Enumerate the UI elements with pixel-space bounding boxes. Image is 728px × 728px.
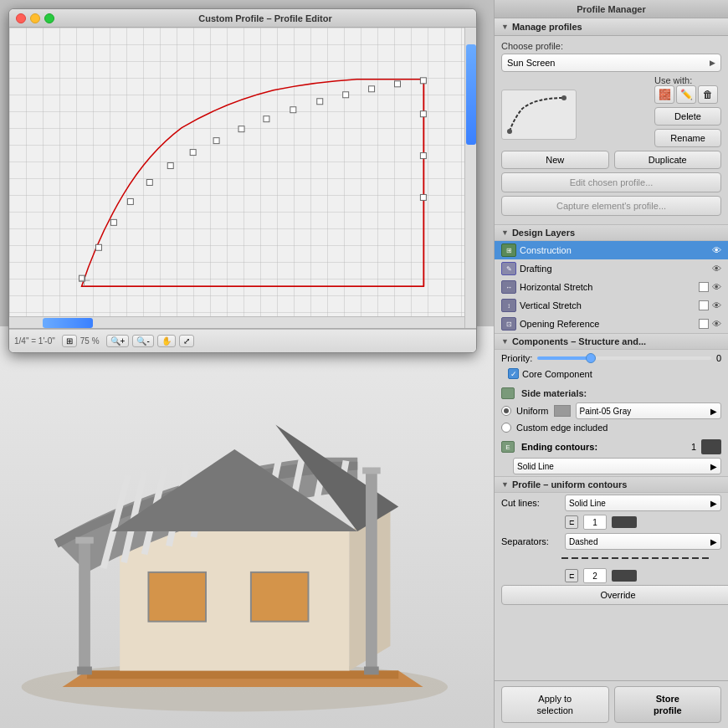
window-titlebar: Custom Profile – Profile Editor <box>9 9 476 28</box>
material-name: Paint-05 Gray <box>580 407 632 416</box>
edit-chosen-btn[interactable]: Edit chosen profile... <box>501 172 721 192</box>
svg-point-52 <box>561 95 567 100</box>
separators-row: Separators: Dashed ▶ <box>495 531 728 551</box>
profile-dropdown[interactable]: Sun Screen ▶ <box>501 54 721 72</box>
delete-btn[interactable]: Delete <box>654 107 721 126</box>
maximize-button[interactable] <box>44 13 54 23</box>
override-btn[interactable]: Override <box>501 585 728 605</box>
dashed-preview <box>495 551 728 567</box>
dashed-line-preview <box>561 555 712 561</box>
svg-rect-8 <box>190 150 196 156</box>
layer-openref-name: Opening Reference <box>520 319 699 329</box>
openref-icon: ⊡ <box>501 317 516 331</box>
ending-contours-label: Ending contours: <box>521 442 686 452</box>
core-component-row: ✓ Core Component <box>495 367 728 384</box>
store-profile-btn[interactable]: Storeprofile <box>614 686 722 723</box>
zoom-out-btn[interactable]: 🔍- <box>132 335 153 347</box>
eye-icon-1[interactable]: 👁 <box>712 264 721 274</box>
vertical-scrollbar[interactable] <box>464 28 476 328</box>
svg-marker-25 <box>87 670 398 679</box>
eye-icon-3[interactable]: 👁 <box>712 300 721 310</box>
svg-rect-20 <box>420 194 426 200</box>
close-button[interactable] <box>16 13 26 23</box>
layer-row-drafting[interactable]: ✎ Drafting 👁 <box>495 259 728 278</box>
side-materials-label: Side materials: <box>521 388 587 398</box>
openref-checkbox[interactable] <box>699 319 709 329</box>
layer-row-construction[interactable]: ⊞ Construction 👁 <box>495 241 728 259</box>
horizontal-scrollbar[interactable] <box>9 316 464 328</box>
fill-icon-btn[interactable]: ✏️ <box>676 85 696 104</box>
apply-selection-btn[interactable]: Apply toselection <box>501 686 609 723</box>
use-with-row: Use with: 🧱 ✏️ 🗑 Delete Rename <box>501 75 721 151</box>
dl-collapse-icon[interactable]: ▼ <box>501 228 509 237</box>
pan-btn[interactable]: ✋ <box>157 335 176 347</box>
svg-rect-5 <box>127 198 133 204</box>
collapse-icon[interactable]: ▼ <box>501 23 509 31</box>
dropdown-arrow-icon: ▶ <box>710 59 715 67</box>
priority-value: 0 <box>716 353 721 363</box>
sep-start-icon: ⊏ <box>565 569 578 582</box>
separator-dropdown[interactable]: Dashed ▶ <box>565 533 721 550</box>
svg-rect-14 <box>343 92 349 98</box>
svg-rect-7 <box>167 163 173 169</box>
core-comp-checkbox[interactable]: ✓ <box>508 368 519 379</box>
minimize-button[interactable] <box>30 13 40 23</box>
uniform-radio[interactable] <box>501 406 511 416</box>
custom-edge-radio[interactable] <box>501 423 511 433</box>
separator-count[interactable]: 2 <box>583 568 607 583</box>
priority-label: Priority: <box>501 353 532 363</box>
layer-row-openref[interactable]: ⊡ Opening Reference 👁 <box>495 315 728 333</box>
zoom-in-btn[interactable]: 🔍+ <box>106 335 130 347</box>
ending-line-type-row: Solid Line ▶ <box>495 456 728 476</box>
layer-row-vstretch[interactable]: ↕ Vertical Stretch 👁 <box>495 296 728 315</box>
duplicate-btn[interactable]: Duplicate <box>614 151 722 169</box>
layer-construction-name: Construction <box>520 245 712 255</box>
eye-icon-4[interactable]: 👁 <box>712 319 721 329</box>
sep-dropdown-arrow: ▶ <box>710 537 717 546</box>
use-with-label: Use with: <box>654 75 692 85</box>
priority-slider[interactable] <box>537 356 711 360</box>
house-preview <box>0 326 494 728</box>
traffic-lights <box>16 13 54 23</box>
editor-title: Custom Profile – Profile Editor <box>61 13 469 23</box>
pc-collapse-icon[interactable]: ▼ <box>501 480 509 489</box>
priority-row: Priority: 0 <box>495 350 728 367</box>
layer-hstretch-name: Horizontal Stretch <box>520 282 699 292</box>
new-btn[interactable]: New <box>501 151 609 169</box>
eye-icon-2[interactable]: 👁 <box>712 282 721 292</box>
svg-rect-4 <box>110 219 116 225</box>
design-layers-header: ▼ Design Layers <box>495 224 728 241</box>
svg-rect-48 <box>364 667 379 675</box>
vstretch-checkbox[interactable] <box>699 300 709 310</box>
priority-thumb <box>586 353 596 363</box>
wall-icon-btn[interactable]: 🧱 <box>654 85 674 104</box>
zoom-label: 75 % <box>80 336 100 346</box>
comp-collapse-icon[interactable]: ▼ <box>501 337 509 346</box>
separator-type: Dashed <box>569 537 597 546</box>
material-dropdown[interactable]: Paint-05 Gray ▶ <box>576 402 721 419</box>
editor-canvas[interactable] <box>9 28 476 329</box>
scrollbar-thumb-h <box>43 318 93 328</box>
svg-rect-18 <box>420 111 426 117</box>
canvas-svg <box>9 28 476 328</box>
svg-rect-10 <box>238 126 244 132</box>
material-swatch <box>554 405 571 417</box>
cut-count[interactable]: 1 <box>583 515 607 530</box>
hstretch-checkbox[interactable] <box>699 282 709 292</box>
ending-line-dropdown[interactable]: Solid Line ▶ <box>513 458 721 474</box>
rename-btn[interactable]: Rename <box>654 129 721 147</box>
svg-rect-6 <box>146 179 152 185</box>
eye-icon-0[interactable]: 👁 <box>712 245 721 255</box>
cut-lines-label: Cut lines: <box>501 498 560 508</box>
cut-line-type: Solid Line <box>569 499 606 508</box>
svg-rect-43 <box>251 572 309 622</box>
layer-row-hstretch[interactable]: ↔ Horizontal Stretch 👁 <box>495 278 728 296</box>
capture-btn[interactable]: Capture element's profile... <box>501 196 721 216</box>
svg-rect-45 <box>79 540 90 671</box>
zoom-fit-btn[interactable]: ⊞ <box>62 335 77 347</box>
delete-icon-btn[interactable]: 🗑 <box>698 85 718 104</box>
manage-profiles-header: ▼ Manage profiles <box>495 18 728 36</box>
fit-btn[interactable]: ⤢ <box>179 335 194 347</box>
uniform-label: Uniform <box>516 406 549 416</box>
cut-line-dropdown[interactable]: Solid Line ▶ <box>565 495 721 511</box>
